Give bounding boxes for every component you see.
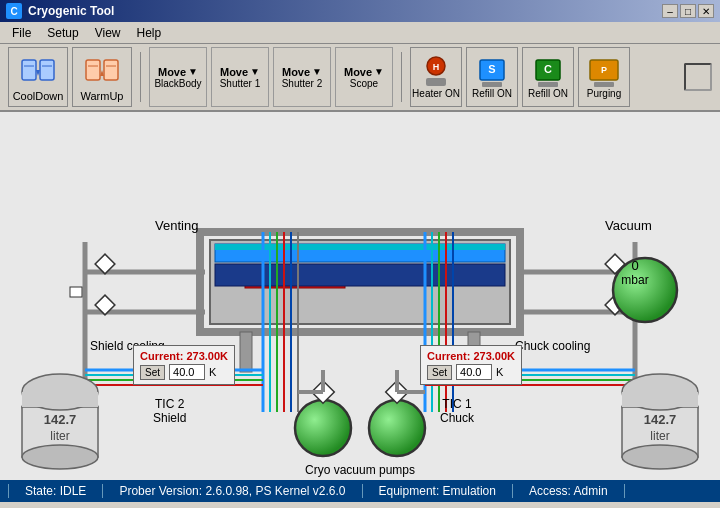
svg-text:liter: liter [650,429,669,443]
tic2-display: Current: 273.00K Set K [133,345,235,385]
app-icon: C [6,3,22,19]
move-shutter2-label: Shutter 2 [282,78,323,89]
heater-icon: H [418,56,454,88]
cooldown-icon [20,52,56,88]
move-blackbody-button[interactable]: Move ▼ BlackBody [149,47,207,107]
move-scope-button[interactable]: Move ▼ Scope [335,47,393,107]
svg-point-68 [622,445,698,469]
toolbar: CoolDown WarmUp Move ▼ BlackBody Move ▼ … [0,44,720,112]
cooldown-button[interactable]: CoolDown [8,47,68,107]
move-shutter2-button[interactable]: Move ▼ Shutter 2 [273,47,331,107]
tic1-display: Current: 273.00K Set K [420,345,522,385]
tic1-set-button[interactable]: Set [427,365,452,380]
main-diagram: Venting Vacuum 0 mbar Shield cooling Chu… [0,112,720,480]
svg-text:S: S [488,63,495,75]
menu-setup[interactable]: Setup [39,24,86,42]
svg-text:H: H [433,62,440,72]
statusbar: State: IDLE Prober Version: 2.6.0.98, PS… [0,480,720,502]
heater-on-label: Heater ON [412,88,460,99]
cooldown-label: CoolDown [13,90,64,102]
svg-text:142.7: 142.7 [44,412,77,427]
tic2-set-unit: K [209,366,216,378]
menu-help[interactable]: Help [129,24,170,42]
move-shutter1-button[interactable]: Move ▼ Shutter 1 [211,47,269,107]
tic1-label: TIC 1 Chuck [440,397,474,425]
svg-text:P: P [601,65,607,75]
svg-rect-5 [86,60,100,80]
tic2-label: TIC 2 Shield [153,397,186,425]
maximize-button[interactable]: □ [680,4,696,18]
separator-2 [401,52,402,102]
tic1-current: Current: 273.00K [427,350,515,362]
minimize-button[interactable]: – [662,4,678,18]
svg-text:Vacuum: Vacuum [605,218,652,233]
svg-text:142.7: 142.7 [644,412,677,427]
refill1-icon: S [474,56,510,88]
close-button[interactable]: ✕ [698,4,714,18]
svg-rect-1 [40,60,54,80]
status-state: State: IDLE [8,484,103,498]
purging-label: Purging [587,88,621,99]
svg-rect-27 [215,264,505,286]
svg-rect-0 [22,60,36,80]
menubar: File Setup View Help [0,22,720,44]
app-title: Cryogenic Tool [28,4,114,18]
status-access: Access: Admin [513,484,625,498]
warmup-icon [84,52,120,88]
tic2-set-input[interactable] [169,364,205,380]
svg-text:C: C [544,63,552,75]
svg-rect-12 [426,78,446,86]
svg-rect-70 [622,392,698,407]
status-prober: Prober Version: 2.6.0.98, PS Kernel v2.6… [103,484,362,498]
svg-text:liter: liter [50,429,69,443]
menu-view[interactable]: View [87,24,129,42]
titlebar-left: C Cryogenic Tool [6,3,114,19]
svg-point-71 [295,400,351,456]
svg-rect-21 [594,82,614,87]
svg-rect-36 [70,287,82,297]
tic1-set-unit: K [496,366,503,378]
menu-file[interactable]: File [4,24,39,42]
purging-icon: P [586,56,622,88]
refill2-icon: C [530,56,566,88]
move-scope-label: Scope [350,78,378,89]
move-blackbody-label: BlackBody [154,78,201,89]
svg-text:Venting: Venting [155,218,198,233]
svg-rect-6 [104,60,118,80]
warmup-button[interactable]: WarmUp [72,47,132,107]
svg-text:Cryo vacuum pumps: Cryo vacuum pumps [305,463,415,477]
separator-1 [140,52,141,102]
svg-text:Chuck cooling: Chuck cooling [515,339,590,353]
svg-point-72 [369,400,425,456]
titlebar: C Cryogenic Tool – □ ✕ [0,0,720,22]
refill-on-2-button[interactable]: C Refill ON [522,47,574,107]
svg-text:0: 0 [631,258,638,273]
svg-point-63 [22,445,98,469]
diagram-svg: Venting Vacuum 0 mbar Shield cooling Chu… [0,112,720,480]
tic1-set-input[interactable] [456,364,492,380]
warmup-label: WarmUp [81,90,124,102]
svg-point-79 [613,258,677,322]
status-equipment: Equipment: Emulation [363,484,513,498]
svg-text:mbar: mbar [621,273,648,287]
refill-on-2-label: Refill ON [528,88,568,99]
titlebar-controls: – □ ✕ [662,4,714,18]
heater-on-button[interactable]: H Heater ON [410,47,462,107]
tic2-set-button[interactable]: Set [140,365,165,380]
refill-on-1-label: Refill ON [472,88,512,99]
refill-on-1-button[interactable]: S Refill ON [466,47,518,107]
svg-rect-15 [482,82,502,87]
svg-rect-28 [215,244,505,250]
svg-rect-65 [22,392,98,407]
move-shutter1-label: Shutter 1 [220,78,261,89]
svg-rect-18 [538,82,558,87]
toolbar-right-btn[interactable] [684,63,712,91]
purging-button[interactable]: P Purging [578,47,630,107]
tic2-current: Current: 273.00K [140,350,228,362]
svg-rect-29 [240,332,252,372]
